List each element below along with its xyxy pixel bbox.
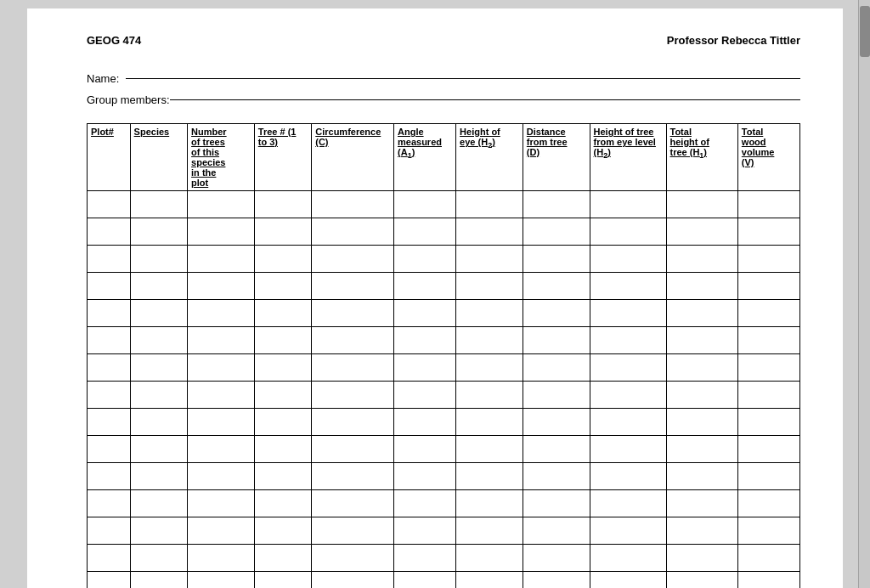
table-cell[interactable] xyxy=(590,572,666,589)
table-cell[interactable] xyxy=(312,191,394,218)
table-cell[interactable] xyxy=(590,354,666,382)
table-cell[interactable] xyxy=(88,191,131,218)
table-cell[interactable] xyxy=(130,246,187,273)
table-cell[interactable] xyxy=(523,218,590,246)
table-cell[interactable] xyxy=(394,572,456,589)
table-cell[interactable] xyxy=(88,409,131,436)
table-cell[interactable] xyxy=(394,436,456,463)
table-cell[interactable] xyxy=(523,572,590,589)
table-cell[interactable] xyxy=(394,409,456,436)
table-cell[interactable] xyxy=(312,273,394,300)
table-cell[interactable] xyxy=(88,463,131,490)
table-cell[interactable] xyxy=(456,490,523,517)
table-cell[interactable] xyxy=(88,354,131,382)
table-cell[interactable] xyxy=(456,246,523,273)
table-cell[interactable] xyxy=(88,517,131,545)
table-cell[interactable] xyxy=(523,463,590,490)
table-cell[interactable] xyxy=(88,246,131,273)
table-cell[interactable] xyxy=(666,409,737,436)
table-cell[interactable] xyxy=(130,218,187,246)
table-cell[interactable] xyxy=(737,463,799,490)
table-cell[interactable] xyxy=(312,409,394,436)
table-cell[interactable] xyxy=(456,572,523,589)
scrollbar-thumb[interactable] xyxy=(860,6,870,57)
table-cell[interactable] xyxy=(188,382,255,409)
table-cell[interactable] xyxy=(88,436,131,463)
table-cell[interactable] xyxy=(188,490,255,517)
name-underline[interactable] xyxy=(126,78,800,79)
table-cell[interactable] xyxy=(312,300,394,327)
table-cell[interactable] xyxy=(737,517,799,545)
table-cell[interactable] xyxy=(590,191,666,218)
table-cell[interactable] xyxy=(188,409,255,436)
table-cell[interactable] xyxy=(188,300,255,327)
table-cell[interactable] xyxy=(254,300,311,327)
table-cell[interactable] xyxy=(666,545,737,572)
table-cell[interactable] xyxy=(254,191,311,218)
table-cell[interactable] xyxy=(737,490,799,517)
table-cell[interactable] xyxy=(188,246,255,273)
table-cell[interactable] xyxy=(666,517,737,545)
table-cell[interactable] xyxy=(666,273,737,300)
table-cell[interactable] xyxy=(590,409,666,436)
table-cell[interactable] xyxy=(523,436,590,463)
table-cell[interactable] xyxy=(88,327,131,354)
table-cell[interactable] xyxy=(523,409,590,436)
table-cell[interactable] xyxy=(312,517,394,545)
table-cell[interactable] xyxy=(456,382,523,409)
table-cell[interactable] xyxy=(312,382,394,409)
table-cell[interactable] xyxy=(254,327,311,354)
table-cell[interactable] xyxy=(130,273,187,300)
table-cell[interactable] xyxy=(188,218,255,246)
table-cell[interactable] xyxy=(88,300,131,327)
table-cell[interactable] xyxy=(737,545,799,572)
table-cell[interactable] xyxy=(88,545,131,572)
table-cell[interactable] xyxy=(88,273,131,300)
table-cell[interactable] xyxy=(456,517,523,545)
table-cell[interactable] xyxy=(523,382,590,409)
table-cell[interactable] xyxy=(456,273,523,300)
table-cell[interactable] xyxy=(523,517,590,545)
table-cell[interactable] xyxy=(394,463,456,490)
table-cell[interactable] xyxy=(130,463,187,490)
table-cell[interactable] xyxy=(88,382,131,409)
table-cell[interactable] xyxy=(130,517,187,545)
table-cell[interactable] xyxy=(590,545,666,572)
table-cell[interactable] xyxy=(737,273,799,300)
table-cell[interactable] xyxy=(456,463,523,490)
table-cell[interactable] xyxy=(590,300,666,327)
table-cell[interactable] xyxy=(456,409,523,436)
table-cell[interactable] xyxy=(312,490,394,517)
table-cell[interactable] xyxy=(188,545,255,572)
table-cell[interactable] xyxy=(737,300,799,327)
table-cell[interactable] xyxy=(254,436,311,463)
table-cell[interactable] xyxy=(737,327,799,354)
table-cell[interactable] xyxy=(523,246,590,273)
table-cell[interactable] xyxy=(188,354,255,382)
table-cell[interactable] xyxy=(88,490,131,517)
table-cell[interactable] xyxy=(312,246,394,273)
table-cell[interactable] xyxy=(130,191,187,218)
table-cell[interactable] xyxy=(188,436,255,463)
table-cell[interactable] xyxy=(666,327,737,354)
scrollbar[interactable] xyxy=(858,0,870,588)
table-cell[interactable] xyxy=(666,246,737,273)
table-cell[interactable] xyxy=(456,436,523,463)
table-cell[interactable] xyxy=(394,490,456,517)
table-cell[interactable] xyxy=(130,382,187,409)
table-cell[interactable] xyxy=(188,273,255,300)
table-cell[interactable] xyxy=(254,545,311,572)
table-cell[interactable] xyxy=(254,382,311,409)
table-cell[interactable] xyxy=(130,436,187,463)
table-cell[interactable] xyxy=(394,246,456,273)
table-cell[interactable] xyxy=(590,463,666,490)
table-cell[interactable] xyxy=(254,463,311,490)
table-cell[interactable] xyxy=(130,572,187,589)
table-cell[interactable] xyxy=(394,545,456,572)
table-cell[interactable] xyxy=(254,517,311,545)
table-cell[interactable] xyxy=(456,300,523,327)
table-cell[interactable] xyxy=(523,354,590,382)
table-cell[interactable] xyxy=(456,545,523,572)
table-cell[interactable] xyxy=(590,273,666,300)
table-cell[interactable] xyxy=(737,191,799,218)
